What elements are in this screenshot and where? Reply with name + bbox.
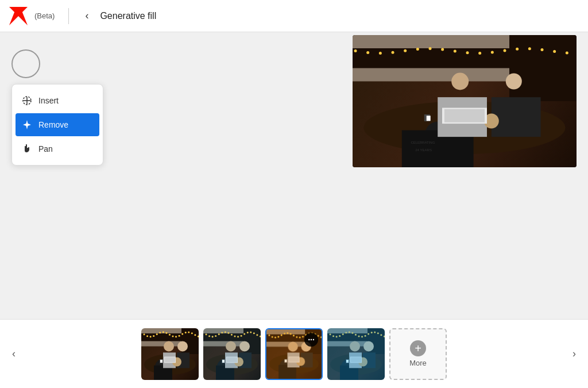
thumb-canvas-1 bbox=[141, 328, 199, 380]
main-image bbox=[353, 35, 577, 167]
beta-label: (Beta) bbox=[34, 11, 55, 20]
prev-button[interactable]: ‹ bbox=[5, 345, 23, 363]
context-menu: Insert Remove Pan bbox=[11, 84, 103, 166]
thumb-dots-overlay: ··· bbox=[304, 333, 318, 347]
more-plus-icon: + bbox=[410, 340, 426, 356]
hand-icon bbox=[21, 143, 33, 155]
brush-circle-indicator bbox=[11, 49, 40, 78]
adobe-logo-icon bbox=[9, 7, 28, 25]
thumbnail-4[interactable] bbox=[327, 328, 385, 380]
menu-item-insert[interactable]: Insert bbox=[12, 89, 103, 112]
main-image-canvas bbox=[353, 35, 577, 167]
more-label: More bbox=[409, 359, 427, 367]
next-button[interactable]: › bbox=[565, 345, 583, 363]
page-title: Generative fill bbox=[100, 11, 156, 21]
remove-label: Remove bbox=[38, 120, 68, 129]
dotted-circle-icon bbox=[21, 95, 33, 106]
header-divider bbox=[68, 8, 69, 24]
thumbnail-3-selected[interactable]: ··· bbox=[265, 328, 323, 380]
thumbnail-2[interactable] bbox=[203, 328, 261, 380]
insert-label: Insert bbox=[38, 96, 59, 105]
pan-label: Pan bbox=[38, 144, 53, 153]
canvas-area: Insert Remove Pan bbox=[0, 32, 588, 319]
back-button[interactable]: ‹ bbox=[80, 7, 93, 24]
menu-item-remove[interactable]: Remove bbox=[16, 113, 99, 136]
sparkle-icon bbox=[21, 119, 33, 130]
thumb-canvas-2 bbox=[203, 328, 261, 380]
thumbnail-strip: ‹ ··· + More › bbox=[0, 319, 588, 388]
thumbnail-1[interactable] bbox=[141, 328, 199, 380]
svg-marker-2 bbox=[16, 18, 21, 25]
thumb-canvas-4 bbox=[327, 328, 385, 380]
header: (Beta) ‹ Generative fill bbox=[0, 0, 588, 32]
menu-item-pan[interactable]: Pan bbox=[12, 137, 103, 160]
more-button[interactable]: + More bbox=[389, 328, 447, 380]
thumbnails-container: ··· + More bbox=[23, 328, 565, 380]
thumb-canvas-3 bbox=[266, 329, 322, 379]
